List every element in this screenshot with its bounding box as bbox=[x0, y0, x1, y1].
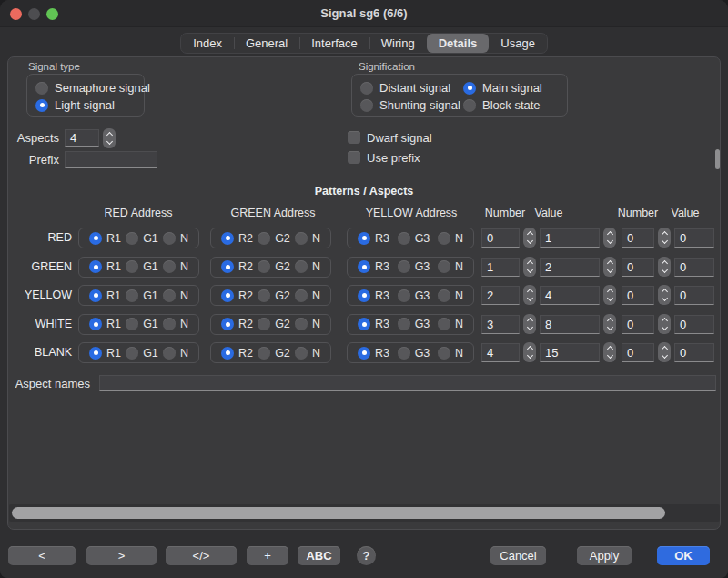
pattern-radio-n[interactable]: N bbox=[295, 260, 320, 273]
pattern-radio-r3[interactable]: R3 bbox=[358, 260, 389, 273]
pattern-radio-g1[interactable]: G1 bbox=[126, 232, 158, 245]
pattern-number-1-stepper[interactable] bbox=[523, 314, 536, 334]
pattern-radio-g1[interactable]: G1 bbox=[126, 260, 158, 273]
aspect-names-input[interactable] bbox=[99, 375, 716, 391]
pattern-number-2-input[interactable]: 0 bbox=[622, 343, 654, 362]
pattern-radio-r3[interactable]: R3 bbox=[358, 347, 389, 360]
pattern-value-1-stepper[interactable] bbox=[603, 257, 616, 277]
pattern-radio-g1[interactable]: G1 bbox=[126, 318, 158, 330]
pattern-value-1-stepper[interactable] bbox=[603, 285, 616, 305]
pattern-value-1-input[interactable]: 8 bbox=[540, 315, 600, 334]
pattern-number-1-stepper[interactable] bbox=[523, 228, 536, 248]
pattern-number-1-input[interactable]: 3 bbox=[481, 315, 520, 334]
pattern-number-2-stepper[interactable] bbox=[658, 228, 671, 248]
pattern-number-1-stepper[interactable] bbox=[523, 257, 536, 277]
pattern-value-2-input[interactable]: 0 bbox=[674, 343, 714, 362]
pattern-radio-n[interactable]: N bbox=[438, 232, 463, 245]
pattern-radio-n[interactable]: N bbox=[438, 347, 463, 360]
pattern-radio-g2[interactable]: G2 bbox=[258, 347, 290, 360]
pattern-number-1-stepper[interactable] bbox=[523, 342, 536, 362]
pattern-value-1-stepper[interactable] bbox=[603, 314, 616, 334]
pattern-value-2-input[interactable]: 0 bbox=[674, 258, 714, 277]
prefix-input[interactable] bbox=[65, 151, 157, 168]
radio-semaphore-signal[interactable]: Semaphore signal bbox=[35, 79, 136, 96]
pattern-radio-n[interactable]: N bbox=[438, 318, 463, 330]
radio-light-signal[interactable]: Light signal bbox=[35, 96, 136, 114]
pattern-radio-g2[interactable]: G2 bbox=[258, 232, 290, 245]
code-button[interactable]: </> bbox=[166, 546, 237, 565]
radio-block-state[interactable]: Block state bbox=[463, 96, 559, 114]
pattern-value-1-input[interactable]: 1 bbox=[540, 228, 600, 248]
pattern-radio-n[interactable]: N bbox=[295, 289, 320, 302]
pattern-number-2-stepper[interactable] bbox=[658, 314, 671, 334]
tab-wiring[interactable]: Wiring bbox=[369, 34, 427, 53]
pattern-radio-g3[interactable]: G3 bbox=[398, 232, 430, 245]
horizontal-scrollbar-track[interactable] bbox=[9, 504, 720, 522]
pattern-radio-r3[interactable]: R3 bbox=[358, 318, 389, 330]
horizontal-scrollbar-thumb[interactable] bbox=[12, 507, 665, 519]
cancel-button[interactable]: Cancel bbox=[490, 546, 546, 565]
pattern-radio-r2[interactable]: R2 bbox=[221, 289, 253, 302]
pattern-radio-r1[interactable]: R1 bbox=[89, 318, 121, 330]
pattern-value-1-input[interactable]: 15 bbox=[540, 343, 600, 362]
next-button[interactable]: > bbox=[86, 546, 157, 565]
aspects-stepper[interactable] bbox=[103, 128, 116, 148]
pattern-radio-r2[interactable]: R2 bbox=[221, 260, 253, 273]
pattern-number-2-input[interactable]: 0 bbox=[622, 315, 654, 334]
pattern-radio-n[interactable]: N bbox=[163, 347, 188, 360]
pattern-number-2-stepper[interactable] bbox=[658, 285, 671, 305]
pattern-radio-n[interactable]: N bbox=[163, 260, 188, 273]
tab-index[interactable]: Index bbox=[181, 34, 234, 53]
radio-main-signal[interactable]: Main signal bbox=[463, 79, 559, 96]
pattern-radio-r1[interactable]: R1 bbox=[89, 232, 121, 245]
pattern-radio-n[interactable]: N bbox=[295, 232, 320, 245]
pattern-radio-g2[interactable]: G2 bbox=[258, 289, 290, 302]
radio-shunting-signal[interactable]: Shunting signal bbox=[360, 96, 463, 114]
pattern-number-2-stepper[interactable] bbox=[658, 342, 671, 362]
pattern-number-1-input[interactable]: 2 bbox=[481, 286, 520, 305]
radio-distant-signal[interactable]: Distant signal bbox=[360, 79, 463, 96]
pattern-radio-g3[interactable]: G3 bbox=[398, 260, 430, 273]
pattern-radio-g3[interactable]: G3 bbox=[398, 289, 430, 302]
pattern-radio-r1[interactable]: R1 bbox=[89, 347, 121, 360]
add-button[interactable]: + bbox=[247, 546, 288, 565]
pattern-number-1-input[interactable]: 1 bbox=[481, 258, 520, 277]
pattern-radio-g1[interactable]: G1 bbox=[126, 289, 158, 302]
pattern-radio-n[interactable]: N bbox=[295, 318, 320, 330]
pattern-value-2-input[interactable]: 0 bbox=[674, 286, 714, 305]
help-button[interactable]: ? bbox=[357, 546, 376, 565]
pattern-radio-r2[interactable]: R2 bbox=[221, 232, 253, 245]
pattern-value-1-stepper[interactable] bbox=[603, 228, 616, 248]
pattern-value-2-input[interactable]: 0 bbox=[674, 228, 714, 248]
pattern-radio-g3[interactable]: G3 bbox=[398, 318, 430, 330]
abc-button[interactable]: ABC bbox=[298, 546, 340, 565]
pattern-radio-r3[interactable]: R3 bbox=[358, 232, 389, 245]
tab-interface[interactable]: Interface bbox=[299, 34, 369, 53]
ok-button[interactable]: OK bbox=[657, 546, 710, 565]
apply-button[interactable]: Apply bbox=[577, 546, 632, 565]
aspects-input[interactable]: 4 bbox=[65, 129, 99, 147]
pattern-radio-n[interactable]: N bbox=[163, 232, 188, 245]
dwarf-signal-checkbox[interactable]: Dwarf signal bbox=[348, 130, 432, 145]
pattern-number-2-stepper[interactable] bbox=[658, 257, 671, 277]
pattern-radio-g3[interactable]: G3 bbox=[398, 347, 430, 360]
pattern-radio-n[interactable]: N bbox=[438, 289, 463, 302]
pattern-number-1-input[interactable]: 4 bbox=[481, 343, 520, 362]
pattern-radio-r1[interactable]: R1 bbox=[89, 260, 121, 273]
pattern-number-2-input[interactable]: 0 bbox=[622, 258, 654, 277]
pattern-radio-r3[interactable]: R3 bbox=[358, 289, 389, 302]
pattern-number-2-input[interactable]: 0 bbox=[622, 228, 654, 248]
tab-general[interactable]: General bbox=[234, 34, 299, 53]
pattern-radio-g2[interactable]: G2 bbox=[258, 260, 290, 273]
pattern-radio-r2[interactable]: R2 bbox=[221, 318, 253, 330]
vertical-scrollbar-thumb[interactable] bbox=[715, 149, 720, 169]
pattern-radio-g2[interactable]: G2 bbox=[258, 318, 290, 330]
pattern-radio-n[interactable]: N bbox=[295, 347, 320, 360]
pattern-number-1-stepper[interactable] bbox=[523, 285, 536, 305]
pattern-value-1-stepper[interactable] bbox=[603, 342, 616, 362]
pattern-radio-n[interactable]: N bbox=[438, 260, 463, 273]
pattern-radio-n[interactable]: N bbox=[163, 289, 188, 302]
tab-details[interactable]: Details bbox=[427, 34, 490, 53]
pattern-radio-r2[interactable]: R2 bbox=[221, 347, 253, 360]
pattern-radio-n[interactable]: N bbox=[163, 318, 188, 330]
